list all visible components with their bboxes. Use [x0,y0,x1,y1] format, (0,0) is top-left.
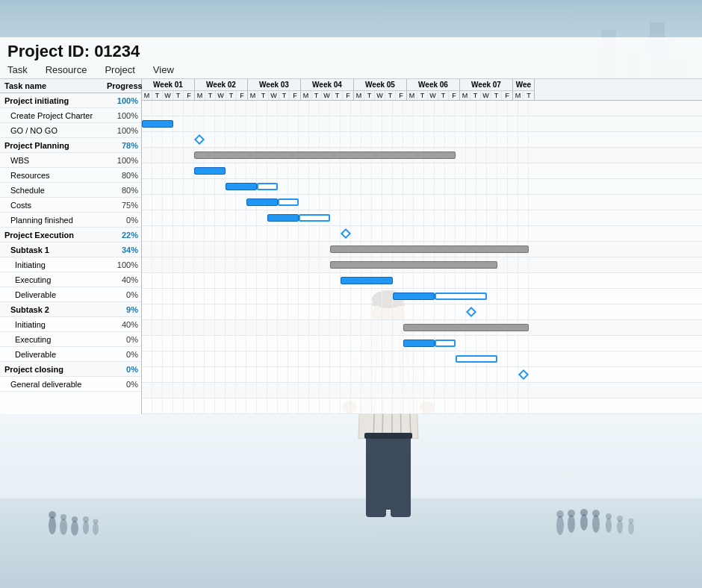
chart-cell-0-22 [372,101,382,116]
chart-cell-1-14 [288,116,299,131]
chart-cell-12-15 [299,289,309,304]
task-row-15[interactable]: Initiating40% [0,317,141,332]
chart-cell-12-2 [163,289,173,304]
chart-cell-17-13 [278,367,288,382]
task-row-5[interactable]: Resources80% [0,168,141,183]
task-progress-16: 0% [104,334,141,345]
chart-cell-1-35 [508,116,518,131]
chart-cell-6-28 [435,195,445,210]
chart-cell-4-26 [414,163,424,178]
chart-cell-5-34 [497,179,508,194]
week-days-4: MTWTF [354,91,406,100]
task-row-2[interactable]: GO / NO GO100% [0,123,141,138]
week-days-0: MTWTF [142,91,194,100]
task-row-3[interactable]: Project Planning78% [0,138,141,153]
task-row-12[interactable]: Executing40% [0,272,141,287]
chart-cell-10-35 [508,257,518,272]
chart-cell-2-15 [299,132,309,147]
task-row-18[interactable]: Project closing0% [0,362,141,377]
task-row-13[interactable]: Deliverable0% [0,287,141,302]
chart-cell-19-36 [518,398,529,413]
chart-cell-11-16 [309,273,320,288]
chart-cell-7-11 [257,210,267,225]
week-block-4: Week 05MTWTF [354,79,407,100]
day-cell-3-2: W [322,91,332,100]
chart-cell-19-28 [435,398,445,413]
task-row-7[interactable]: Costs75% [0,198,141,213]
chart-cell-19-23 [382,398,393,413]
day-cell-2-4: F [290,91,300,100]
chart-cell-13-32 [476,304,487,319]
chart-cell-6-18 [330,195,341,210]
chart-cell-9-15 [299,242,309,257]
chart-cell-19-22 [372,398,382,413]
chart-cell-5-23 [382,179,393,194]
chart-cell-6-6 [205,195,215,210]
gantt-bar-10-0 [330,261,497,269]
task-row-11[interactable]: Initiating100% [0,257,141,272]
menu-view[interactable]: View [153,64,174,75]
task-row-16[interactable]: Executing0% [0,332,141,347]
chart-cell-4-12 [267,163,278,178]
chart-cell-16-19 [341,351,351,366]
task-row-8[interactable]: Planning finished0% [0,213,141,228]
chart-cell-12-1 [152,289,163,304]
day-cell-5-4: F [449,91,459,100]
chart-cell-7-6 [205,210,215,225]
chart-cell-19-9 [236,398,246,413]
chart-cell-15-6 [205,336,215,351]
task-row-19[interactable]: General deliverable0% [0,377,141,392]
task-row-1[interactable]: Create Project Charter100% [0,108,141,123]
chart-cell-8-12 [267,226,278,241]
chart-cell-19-5 [194,398,205,413]
chart-cell-14-7 [215,320,226,335]
chart-cell-2-0 [142,132,152,147]
chart-cell-12-13 [278,289,288,304]
chart-cell-3-33 [487,148,497,163]
menu-task[interactable]: Task [7,64,28,75]
task-row-0[interactable]: Project initiating100% [0,93,141,108]
chart-cell-16-5 [194,351,205,366]
chart-cell-10-3 [173,257,184,272]
chart-cell-3-30 [456,148,466,163]
chart-cell-8-26 [414,226,424,241]
chart-cell-18-26 [414,383,424,398]
gantt-bar-5-0 [226,183,257,190]
chart-cell-19-6 [205,398,215,413]
chart-cell-10-9 [236,257,246,272]
task-name-10: Subtask 1 [0,244,104,256]
chart-cell-8-0 [142,226,152,241]
chart-cell-18-20 [351,383,361,398]
chart-cell-17-14 [288,367,299,382]
task-row-6[interactable]: Schedule80% [0,183,141,198]
chart-row-18 [142,383,702,398]
menu-resource[interactable]: Resource [46,64,87,75]
chart-cell-8-24 [393,226,403,241]
chart-cell-17-2 [163,367,173,382]
chart-cell-18-11 [257,383,267,398]
chart-cell-1-30 [456,116,466,131]
menu-project[interactable]: Project [105,64,134,75]
task-row-4[interactable]: WBS100% [0,153,141,168]
chart-cell-19-11 [257,398,267,413]
chart-cell-0-35 [508,101,518,116]
day-cell-5-2: W [428,91,438,100]
task-row-10[interactable]: Subtask 134% [0,243,141,257]
svg-point-22 [60,514,66,520]
task-row-14[interactable]: Subtask 29% [0,302,141,317]
chart-cell-19-16 [309,398,320,413]
chart-cell-5-26 [414,179,424,194]
chart-cell-15-15 [299,336,309,351]
chart-cell-0-19 [341,101,351,116]
week-days-1: MTWTF [195,91,247,100]
chart-cell-18-33 [487,383,497,398]
svg-point-31 [568,515,575,533]
chart-row-6 [142,195,702,210]
chart-cell-2-31 [466,132,476,147]
task-row-9[interactable]: Project Execution22% [0,228,141,243]
chart-cell-5-22 [372,179,382,194]
chart-cell-12-9 [236,289,246,304]
task-row-17[interactable]: Deliverable0% [0,347,141,362]
chart-cell-16-0 [142,351,152,366]
chart-cell-0-3 [173,101,184,116]
